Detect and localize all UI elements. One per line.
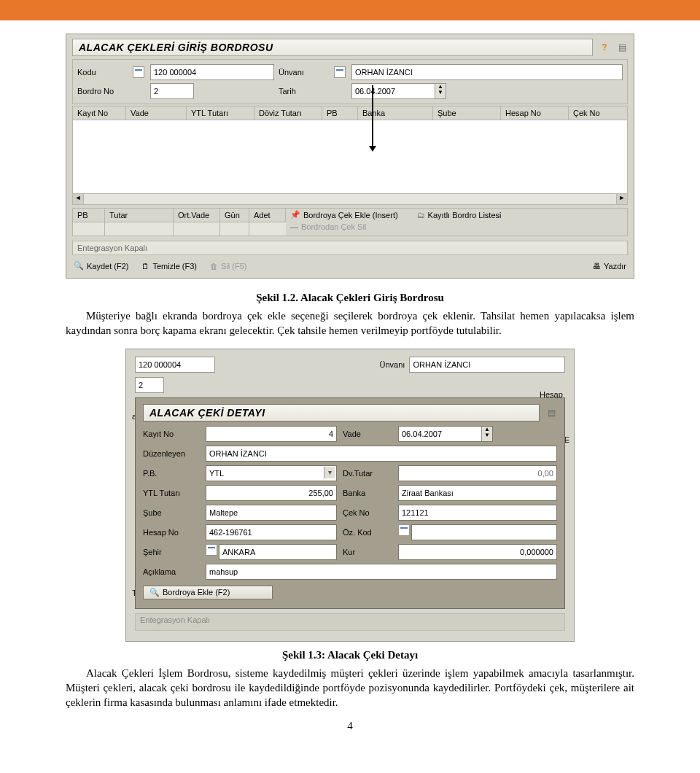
pb-select[interactable]: YTL xyxy=(206,465,337,481)
figure-caption-1: Şekil 1.2. Alacak Çekleri Giriş Bordrosu xyxy=(66,292,634,304)
button-label: Bordroya Ekle (F2) xyxy=(163,588,230,597)
vade-field[interactable]: 06.04.2007▲▼ xyxy=(398,426,493,442)
bordro-no-label: Bordro No xyxy=(77,87,128,96)
pb-col-adet: Adet xyxy=(249,209,286,222)
kayitli-liste-link[interactable]: Kayıtlı Bordro Listesi xyxy=(428,211,502,220)
close-icon[interactable] xyxy=(616,42,628,53)
bordrodan-cek-sil-link[interactable]: — Bordrodan Çek Sil xyxy=(286,221,627,233)
lookup-icon[interactable] xyxy=(398,524,410,536)
tarih-label: Tarih xyxy=(279,87,330,96)
figure-caption-2: Şekil 1.3: Alacak Çeki Detayı xyxy=(66,649,634,661)
cekno-field[interactable]: 121121 xyxy=(398,505,557,521)
link-label: Bordroya Çek Ekle (Insert) xyxy=(303,211,398,220)
col-doviz: Döviz Tutarı xyxy=(254,106,322,120)
lookup-icon[interactable] xyxy=(133,66,144,78)
kayitno-label: Kayıt No xyxy=(143,430,200,438)
integration-status: Entegrasyon Kapalı xyxy=(72,241,628,255)
bordroya-ekle-button[interactable]: 🔍 Bordroya Ekle (F2) xyxy=(143,586,273,599)
pb-col-ortvade: Ort.Vade xyxy=(174,209,220,222)
screenshot-giris-bordrosu: ALACAK ÇEKLERİ GİRİŞ BORDROSU ? Kodu 120… xyxy=(66,34,634,279)
aciklama-label: Açıklama xyxy=(143,567,200,576)
paragraph-1: Müşteriye bağlı ekranda bordroya çek ekl… xyxy=(66,308,634,338)
detail-panel: ALACAK ÇEKİ DETAYI Kayıt No 4 Vade 06.04… xyxy=(135,397,565,609)
ytl-field[interactable]: 255,00 xyxy=(206,485,337,501)
date-spinner[interactable]: ▲▼ xyxy=(435,84,446,98)
kayitno-field[interactable]: 4 xyxy=(206,426,337,442)
ozkod-label: Öz. Kod xyxy=(343,528,392,537)
kodu-label: Kodu xyxy=(77,68,128,77)
scroll-left-icon[interactable]: ◄ xyxy=(73,194,84,204)
hesapno-label: Hesap No xyxy=(143,528,200,537)
pin-icon: 📌 xyxy=(290,210,300,220)
pb-col-pb: PB xyxy=(73,209,105,222)
ozkod-field[interactable] xyxy=(411,524,557,540)
date-spinner[interactable]: ▲▼ xyxy=(481,427,492,441)
annotation-arrow xyxy=(372,85,373,151)
col-kayitno: Kayıt No xyxy=(73,106,126,120)
duzenleyen-label: Düzenleyen xyxy=(143,449,200,458)
minus-icon: — xyxy=(290,222,298,231)
save-icon: 🔍 xyxy=(149,588,160,597)
hesapno-field[interactable]: 462-196761 xyxy=(206,524,337,540)
banka-field[interactable]: Ziraat Bankası xyxy=(398,485,557,501)
save-icon: 🔍 xyxy=(74,261,84,271)
pb-col-tutar: Tutar xyxy=(105,209,174,222)
sube-label: Şube xyxy=(143,508,200,517)
col-ytl: YTL Tutarı xyxy=(187,106,254,120)
lookup-icon[interactable] xyxy=(334,66,346,78)
dvtutar-label: Dv.Tutar xyxy=(343,469,392,478)
kur-field[interactable]: 0,000000 xyxy=(398,544,557,560)
col-banka: Banka xyxy=(358,106,433,120)
list-icon: 🗂 xyxy=(417,211,425,220)
paragraph-2: Alacak Çekleri İşlem Bordrosu, sisteme k… xyxy=(66,666,634,710)
top-orange-bar xyxy=(0,0,700,20)
pb-col-gun: Gün xyxy=(220,209,249,222)
col-cekno: Çek No xyxy=(569,106,627,120)
close-icon[interactable] xyxy=(545,407,557,419)
vade-label: Vade xyxy=(343,430,392,438)
grid-body[interactable] xyxy=(72,120,628,194)
kodu-field[interactable]: 120 000004 xyxy=(150,64,274,80)
sehir-label: Şehir xyxy=(143,548,200,556)
scroll-track[interactable] xyxy=(84,194,616,204)
bordroya-cek-ekle-link[interactable]: 📌 Bordroya Çek Ekle (Insert) 🗂 Kayıtlı B… xyxy=(286,209,627,221)
col-sube: Şube xyxy=(433,106,501,120)
clear-icon: 🗒 xyxy=(141,262,149,271)
button-label: Temizle (F3) xyxy=(152,262,197,271)
print-icon: 🖶 xyxy=(593,262,601,271)
col-pb: PB xyxy=(322,106,358,120)
unvani-label: Ünvanı xyxy=(279,68,330,77)
bg-kodu-field[interactable]: 120 000004 xyxy=(135,357,215,373)
ytl-label: YTL Tutarı xyxy=(143,489,200,497)
aciklama-field[interactable]: mahsup xyxy=(206,564,557,580)
duzenleyen-field[interactable]: ORHAN İZANCI xyxy=(206,446,557,462)
kaydet-button[interactable]: 🔍 Kaydet (F2) xyxy=(72,260,130,272)
sube-field[interactable]: Maltepe xyxy=(206,505,337,521)
temizle-button[interactable]: 🗒 Temizle (F3) xyxy=(140,260,198,272)
scroll-right-icon[interactable]: ► xyxy=(616,194,627,204)
h-scrollbar[interactable]: ◄ ► xyxy=(72,194,628,205)
bg-bordro-field[interactable]: 2 xyxy=(135,377,164,393)
bg-unvani-field[interactable]: ORHAN İZANCI xyxy=(409,357,565,373)
tarih-field[interactable]: 06.04.2007 ▲▼ xyxy=(351,83,446,99)
cekno-label: Çek No xyxy=(343,508,392,517)
delete-icon: 🗑 xyxy=(210,262,218,271)
bg-integration-strip: Entegrasyon Kapalı xyxy=(135,613,565,631)
sehir-field[interactable]: ANKARA xyxy=(219,544,337,560)
banka-label: Banka xyxy=(343,489,392,497)
help-icon[interactable]: ? xyxy=(599,42,610,53)
col-vade: Vade xyxy=(126,106,187,120)
unvani-field[interactable]: ORHAN İZANCI xyxy=(351,64,623,80)
bordro-no-field[interactable]: 2 xyxy=(150,83,194,99)
pb-label: P.B. xyxy=(143,469,200,478)
tarih-value: 06.04.2007 xyxy=(355,87,395,96)
bg-unvani-label: Ünvanı xyxy=(380,360,405,369)
sil-button[interactable]: 🗑 Sil (F5) xyxy=(209,260,248,272)
link-label: Bordrodan Çek Sil xyxy=(301,222,366,231)
col-hesapno: Hesap No xyxy=(501,106,569,120)
grid-header: Kayıt No Vade YTL Tutarı Döviz Tutarı PB… xyxy=(72,106,628,120)
lookup-icon[interactable] xyxy=(206,544,217,556)
yazdir-button[interactable]: 🖶 Yazdır xyxy=(591,260,628,272)
detail-window-title: ALACAK ÇEKİ DETAYI xyxy=(143,404,540,422)
window-title: ALACAK ÇEKLERİ GİRİŞ BORDROSU xyxy=(72,39,593,56)
